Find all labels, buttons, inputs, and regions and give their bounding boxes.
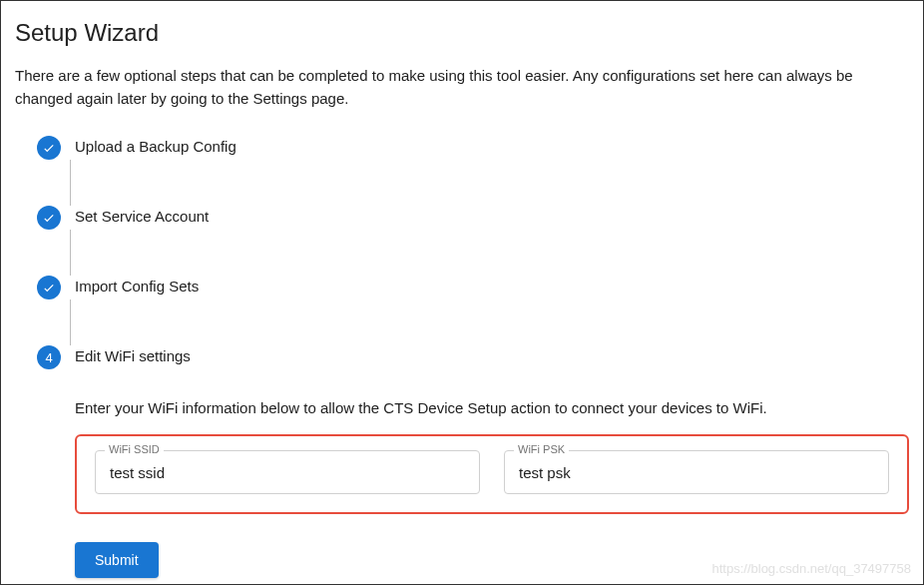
step-connector — [70, 160, 71, 206]
submit-button[interactable]: Submit — [75, 542, 159, 578]
wifi-psk-field: WiFi PSK — [504, 450, 889, 494]
step-label: Set Service Account — [61, 206, 209, 225]
step-number-badge: 4 — [37, 345, 61, 369]
step-upload-backup[interactable]: Upload a Backup Config — [37, 136, 909, 160]
page-description: There are a few optional steps that can … — [15, 65, 909, 110]
watermark: https://blog.csdn.net/qq_37497758 — [712, 561, 912, 576]
wifi-psk-label: WiFi PSK — [514, 443, 569, 455]
check-icon — [37, 276, 61, 299]
step-label: Import Config Sets — [61, 276, 199, 294]
wifi-ssid-field: WiFi SSID — [95, 450, 480, 494]
check-icon — [37, 136, 61, 160]
stepper: Upload a Backup Config Set Service Accou… — [15, 136, 909, 578]
step-service-account[interactable]: Set Service Account — [37, 206, 909, 230]
wifi-psk-input[interactable] — [504, 450, 889, 494]
step-label: Upload a Backup Config — [61, 136, 236, 155]
step-connector — [70, 230, 71, 276]
wifi-fields-highlight: WiFi SSID WiFi PSK — [75, 434, 909, 514]
page-title: Setup Wizard — [15, 19, 909, 47]
step-import-config[interactable]: Import Config Sets — [37, 276, 909, 299]
step-wifi-settings: 4 Edit WiFi settings Enter your WiFi inf… — [37, 345, 909, 578]
wifi-instruction: Enter your WiFi information below to all… — [75, 399, 909, 416]
step-connector — [70, 299, 71, 345]
wifi-ssid-input[interactable] — [95, 450, 480, 494]
check-icon — [37, 206, 61, 230]
wifi-ssid-label: WiFi SSID — [105, 443, 164, 455]
step-label: Edit WiFi settings — [61, 345, 191, 364]
